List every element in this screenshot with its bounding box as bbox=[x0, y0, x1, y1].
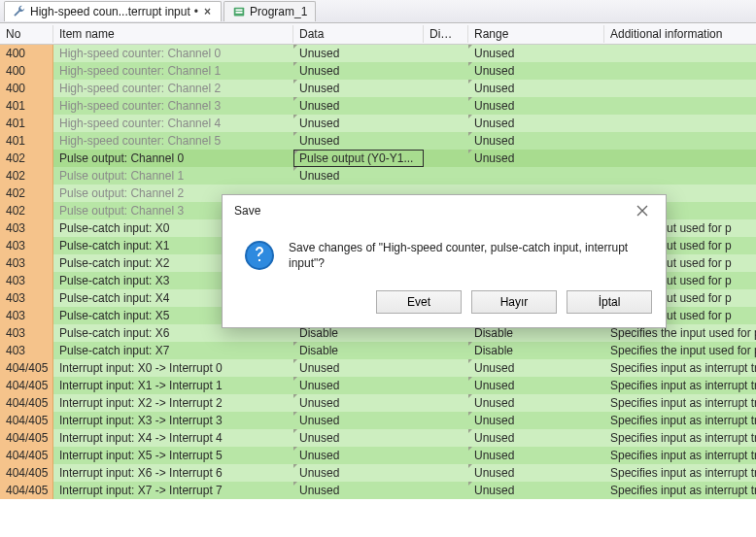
cell-data[interactable]: Unused bbox=[293, 62, 424, 80]
cell-data[interactable]: Unused bbox=[293, 359, 424, 377]
table-row[interactable]: 404/405Interrupt input: X6 -> Interrupt … bbox=[0, 464, 756, 482]
dialog-button-row: Evet Hayır İptal bbox=[223, 283, 666, 327]
cell-data[interactable]: Unused bbox=[293, 80, 424, 97]
column-header-data[interactable]: Data bbox=[293, 25, 424, 43]
cell-item-name: Interrupt input: X0 -> Interrupt 0 bbox=[53, 359, 293, 377]
cell-no: 403 bbox=[0, 324, 53, 342]
cell-item-name: High-speed counter: Channel 5 bbox=[53, 132, 293, 150]
cell-additional-info: Specifies input as interrupt tr bbox=[604, 412, 756, 429]
cell-range: Unused bbox=[468, 412, 604, 429]
dialog-title: Save bbox=[234, 204, 260, 218]
cell-no: 403 bbox=[0, 289, 53, 307]
cell-dime bbox=[424, 80, 468, 97]
dialog-titlebar: Save bbox=[223, 195, 666, 224]
cell-no: 403 bbox=[0, 307, 53, 324]
cell-additional-info: Specifies input as interrupt tr bbox=[604, 429, 756, 447]
cell-additional-info: Specifies input as interrupt tr bbox=[604, 377, 756, 394]
cell-item-name: Pulse output: Channel 0 bbox=[53, 150, 293, 167]
cell-additional-info: Specifies the input used for p bbox=[604, 342, 756, 359]
table-row[interactable]: 402Pulse output: Channel 0Pulse output (… bbox=[0, 150, 756, 167]
cell-range: Unused bbox=[468, 429, 604, 447]
cell-data[interactable]: Unused bbox=[293, 412, 424, 429]
cell-range: Disable bbox=[468, 342, 604, 359]
table-row[interactable]: 404/405Interrupt input: X3 -> Interrupt … bbox=[0, 412, 756, 429]
cell-data[interactable]: Unused bbox=[293, 447, 424, 464]
cell-item-name: Interrupt input: X2 -> Interrupt 2 bbox=[53, 394, 293, 412]
cell-additional-info bbox=[604, 115, 756, 132]
tab-program-1[interactable]: Program_1 bbox=[223, 1, 316, 21]
table-row[interactable]: 401High-speed counter: Channel 3UnusedUn… bbox=[0, 97, 756, 115]
table-row[interactable]: 401High-speed counter: Channel 5UnusedUn… bbox=[0, 132, 756, 150]
cell-additional-info bbox=[604, 150, 756, 167]
cell-data[interactable]: Unused bbox=[293, 429, 424, 447]
table-row[interactable]: 400High-speed counter: Channel 2UnusedUn… bbox=[0, 80, 756, 97]
column-header-range[interactable]: Range bbox=[468, 25, 604, 43]
yes-button[interactable]: Evet bbox=[376, 290, 462, 314]
cell-data[interactable]: Pulse output (Y0-Y1... bbox=[293, 150, 424, 167]
cell-no: 402 bbox=[0, 185, 53, 202]
cell-data[interactable]: Unused bbox=[293, 464, 424, 482]
cell-item-name: High-speed counter: Channel 2 bbox=[53, 80, 293, 97]
table-row[interactable]: 403Pulse-catch input: X7DisableDisableSp… bbox=[0, 342, 756, 359]
close-icon[interactable]: × bbox=[202, 5, 213, 18]
column-header-row: No Item name Data Dime... Range Addition… bbox=[0, 23, 756, 45]
cell-dime bbox=[424, 412, 468, 429]
tab-bar: High-speed coun...terrupt input • × Prog… bbox=[0, 0, 756, 23]
column-header-item[interactable]: Item name bbox=[53, 25, 293, 43]
cancel-button[interactable]: İptal bbox=[567, 290, 652, 314]
cell-additional-info bbox=[604, 167, 756, 185]
cell-no: 404/405 bbox=[0, 394, 53, 412]
table-row[interactable]: 404/405Interrupt input: X5 -> Interrupt … bbox=[0, 447, 756, 464]
cell-no: 403 bbox=[0, 254, 53, 272]
cell-range: Unused bbox=[468, 62, 604, 80]
cell-dime bbox=[424, 45, 468, 62]
table-row[interactable]: 401High-speed counter: Channel 4UnusedUn… bbox=[0, 115, 756, 132]
cell-item-name: High-speed counter: Channel 4 bbox=[53, 115, 293, 132]
cell-item-name: Interrupt input: X4 -> Interrupt 4 bbox=[53, 429, 293, 447]
cell-no: 402 bbox=[0, 202, 53, 219]
tab-high-speed-counter[interactable]: High-speed coun...terrupt input • × bbox=[4, 1, 222, 21]
close-icon[interactable] bbox=[629, 201, 656, 220]
cell-data[interactable]: Unused bbox=[293, 132, 424, 150]
cell-dime bbox=[424, 150, 468, 167]
cell-additional-info bbox=[604, 80, 756, 97]
table-row[interactable]: 402Pulse output: Channel 1Unused bbox=[0, 167, 756, 185]
table-row[interactable]: 404/405Interrupt input: X2 -> Interrupt … bbox=[0, 394, 756, 412]
cell-data[interactable]: Disable bbox=[293, 342, 424, 359]
table-row[interactable]: 404/405Interrupt input: X4 -> Interrupt … bbox=[0, 429, 756, 447]
cell-range: Unused bbox=[468, 377, 604, 394]
table-row[interactable]: 404/405Interrupt input: X7 -> Interrupt … bbox=[0, 482, 756, 499]
table-row[interactable]: 404/405Interrupt input: X0 -> Interrupt … bbox=[0, 359, 756, 377]
cell-data[interactable]: Unused bbox=[293, 97, 424, 115]
column-header-dime[interactable]: Dime... bbox=[424, 25, 468, 43]
tab-label: Program_1 bbox=[250, 5, 307, 18]
cell-dime bbox=[424, 167, 468, 185]
cell-data[interactable]: Unused bbox=[293, 45, 424, 62]
cell-dime bbox=[424, 394, 468, 412]
cell-data[interactable]: Unused bbox=[293, 167, 424, 185]
table-row[interactable]: 400High-speed counter: Channel 1UnusedUn… bbox=[0, 62, 756, 80]
cell-item-name: Interrupt input: X7 -> Interrupt 7 bbox=[53, 482, 293, 499]
cell-data[interactable]: Unused bbox=[293, 394, 424, 412]
cell-data[interactable]: Unused bbox=[293, 115, 424, 132]
cell-range: Unused bbox=[468, 132, 604, 150]
cell-no: 401 bbox=[0, 115, 53, 132]
cell-range: Unused bbox=[468, 359, 604, 377]
cell-range: Unused bbox=[468, 115, 604, 132]
cell-dime bbox=[424, 482, 468, 499]
column-header-addl[interactable]: Additional information bbox=[604, 25, 756, 43]
no-button[interactable]: Hayır bbox=[471, 290, 557, 314]
cell-additional-info: Specifies input as interrupt tr bbox=[604, 359, 756, 377]
cell-no: 404/405 bbox=[0, 464, 53, 482]
cell-dime bbox=[424, 377, 468, 394]
table-row[interactable]: 404/405Interrupt input: X1 -> Interrupt … bbox=[0, 377, 756, 394]
tab-label: High-speed coun...terrupt input bbox=[30, 5, 190, 18]
table-row[interactable]: 400High-speed counter: Channel 0UnusedUn… bbox=[0, 45, 756, 62]
cell-data[interactable]: Unused bbox=[293, 377, 424, 394]
cell-no: 401 bbox=[0, 97, 53, 115]
cell-data[interactable]: Unused bbox=[293, 482, 424, 499]
cell-dime bbox=[424, 447, 468, 464]
cell-no: 404/405 bbox=[0, 429, 53, 447]
column-header-no[interactable]: No bbox=[0, 25, 53, 43]
cell-no: 400 bbox=[0, 62, 53, 80]
